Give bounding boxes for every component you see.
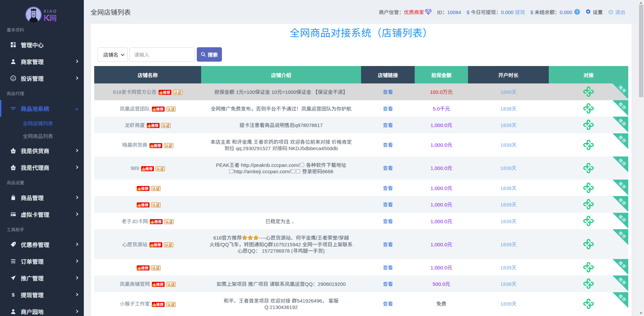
svg-text:K: K: [44, 14, 50, 22]
svg-text:网: 网: [49, 14, 57, 22]
svg-text:$: $: [12, 292, 15, 297]
